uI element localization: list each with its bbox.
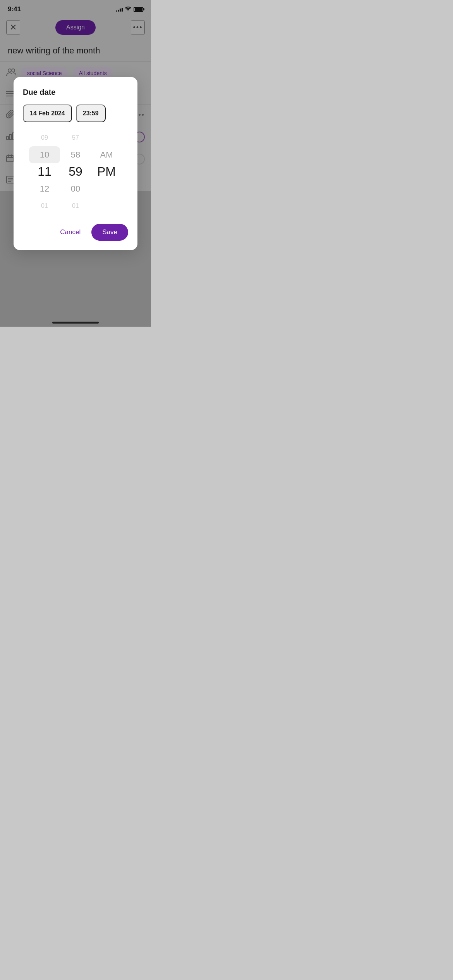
pm-item: PM xyxy=(91,163,122,180)
date-pill-button[interactable]: 14 Feb 2024 xyxy=(23,105,72,122)
hour-far-top: 09 xyxy=(29,129,60,146)
min-far-bottom: 01 xyxy=(60,197,91,214)
overlay: Due date 14 Feb 2024 23:59 09 10 11 12 0… xyxy=(0,0,151,327)
modal-title: Due date xyxy=(23,88,128,97)
due-date-modal: Due date 14 Feb 2024 23:59 09 10 11 12 0… xyxy=(14,77,137,250)
ampm-spacer xyxy=(91,129,122,146)
hour-near-top: 10 xyxy=(29,146,60,163)
hour-far-bottom: 01 xyxy=(29,197,60,214)
time-pill-button[interactable]: 23:59 xyxy=(76,105,106,122)
am-item: AM xyxy=(91,146,122,163)
save-button[interactable]: Save xyxy=(91,224,128,241)
time-picker: 09 10 11 12 01 57 58 59 00 01 AM PM xyxy=(23,129,128,214)
minutes-picker-col[interactable]: 57 58 59 00 01 xyxy=(60,129,91,214)
ampm-empty2 xyxy=(91,197,122,214)
hour-selected: 11 xyxy=(29,163,60,180)
ampm-empty xyxy=(91,180,122,197)
min-near-bottom: 00 xyxy=(60,180,91,197)
min-selected: 59 xyxy=(60,163,91,180)
modal-actions: Cancel Save xyxy=(23,224,128,241)
date-row: 14 Feb 2024 23:59 xyxy=(23,105,128,122)
ampm-picker-col[interactable]: AM PM xyxy=(91,129,122,214)
hour-near-bottom: 12 xyxy=(29,180,60,197)
min-far-top: 57 xyxy=(60,129,91,146)
hours-picker-col[interactable]: 09 10 11 12 01 xyxy=(29,129,60,214)
min-near-top: 58 xyxy=(60,146,91,163)
cancel-button[interactable]: Cancel xyxy=(54,224,87,240)
